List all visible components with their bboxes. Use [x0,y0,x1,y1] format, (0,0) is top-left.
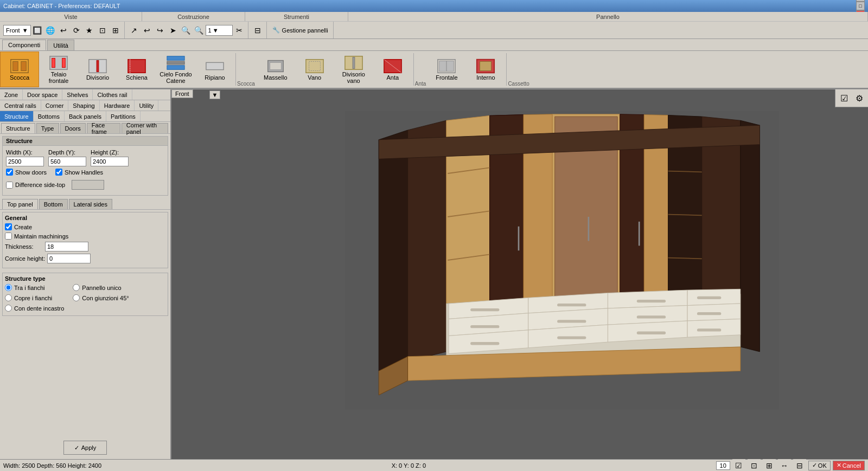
constr-btn-7[interactable]: ✂ [233,24,246,37]
constr-btn-1[interactable]: ↗ [127,24,141,37]
pannello-unico-label: Pannello unico [82,285,121,291]
nav-corner[interactable]: Corner [41,100,69,111]
depth-field-group: Depth (Y): [48,149,86,166]
constr-btn-3[interactable]: ↪ [154,24,167,37]
tab-componenti[interactable]: Componenti [2,40,46,50]
view-label: Front [171,89,193,98]
radio-pannello-unico-input[interactable] [73,284,80,291]
show-doors-label: Show doors [15,169,47,176]
maintain-label: Maintain machinings [14,233,68,240]
comp-divisorio-vano[interactable]: Divisorio vano [334,51,373,87]
nav-utility[interactable]: Utility [135,100,158,111]
comp-massello[interactable]: Massello [256,51,295,87]
status-icon-3[interactable]: ⊞ [763,459,776,472]
tool-btn-7[interactable]: ⊞ [109,24,122,37]
diff-side-checkbox[interactable] [6,182,13,189]
cornice-input[interactable] [47,254,91,263]
structure-type-title: Structure type [5,275,165,282]
comp-divisorio[interactable]: Divisorio [78,51,117,87]
apply-button[interactable]: ✓ Apply [63,441,107,455]
separator-2 [413,53,414,86]
tool-btn-1[interactable]: 🔲 [31,24,44,37]
tool-btn-4[interactable]: ⟳ [70,24,83,37]
comp-ripiano[interactable]: Ripiano [195,51,234,87]
comp-cielo-fondo[interactable]: Cielo Fondo Catene [156,51,195,87]
comp-telaio-frontale[interactable]: Telaio frontale [39,51,78,87]
tool-btn-2[interactable]: 🌐 [44,24,57,37]
cabinet-3d-view [345,92,779,428]
statusbar: Width: 2500 Depth: 560 Height: 2400 X: 0… [0,459,868,471]
tool-btn-5[interactable]: ★ [83,24,96,37]
cornice-label: Cornice height: [5,255,45,262]
tool-btn-6[interactable]: ⊡ [96,24,109,37]
subtab-type[interactable]: Type [36,123,59,133]
create-checkbox[interactable] [5,223,12,230]
show-doors-checkbox[interactable] [6,169,13,176]
viewport-dropdown[interactable]: ▼ [209,91,220,99]
left-panel: Zone Door space Shelves Clothes rail Cen… [0,89,171,459]
comp-frontale[interactable]: Frontale [427,51,466,87]
comp-vano[interactable]: Vano [295,51,334,87]
nav-hardware[interactable]: Hardware [100,100,135,111]
radio-con-dente-input[interactable] [5,305,12,312]
struct-col2: Pannello unico Con giunzioni 45° [73,284,129,313]
nav-door-space[interactable]: Door space [23,89,62,100]
status-dimensions: Width: 2500 Depth: 560 Height: 2400 [3,462,101,469]
subtab-doors[interactable]: Doors [60,123,86,133]
subtab-corner-with-panel[interactable]: Corner with panel [122,123,168,133]
show-handles-checkbox[interactable] [55,169,62,176]
checkbox-icon[interactable]: ☑ [838,92,851,105]
nav-shaping[interactable]: Shaping [68,100,99,111]
radio-con-giunzioni-input[interactable] [73,294,80,301]
top-right-icons: ☑ ⚙ [835,89,868,107]
nav-partitions[interactable]: Partitions [106,111,141,121]
panel-tab-bottom[interactable]: Bottom [39,199,68,209]
nav-bottoms[interactable]: Bottoms [34,111,65,121]
svg-rect-50 [470,308,499,311]
strumenti-btn-1[interactable]: ⊟ [251,24,264,37]
nav-zone[interactable]: Zone [0,89,23,100]
nav-shelves[interactable]: Shelves [62,89,93,100]
panel-tab-top[interactable]: Top panel [2,199,38,209]
radio-copre-fianchi-input[interactable] [5,294,12,301]
height-input[interactable] [91,157,129,166]
subtab-face-frame[interactable]: Face frame [87,123,120,133]
zoom-dropdown[interactable]: 1 ▼ [206,25,233,36]
svg-rect-1 [13,61,18,70]
nav-clothes-rail[interactable]: Clothes rail [93,89,132,100]
tool-btn-3[interactable]: ↩ [57,24,70,37]
width-input[interactable] [6,157,44,166]
constr-btn-2[interactable]: ↩ [141,24,154,37]
tab-utilita[interactable]: Utilità [47,40,74,50]
svg-rect-26 [480,61,492,70]
nav-back-panels[interactable]: Back panels [65,111,106,121]
svg-rect-53 [697,296,721,299]
comp-interno[interactable]: Interno [466,51,505,87]
ok-button[interactable]: ✓ OK [808,461,831,470]
constr-btn-4[interactable]: ➤ [167,24,180,37]
comp-anta[interactable]: Anta [373,51,412,87]
gestione-btn[interactable]: 🔧 Gestione pannelli [270,24,331,37]
view-dropdown[interactable]: Front ▼ [3,25,31,36]
gear-icon[interactable]: ⚙ [853,92,866,105]
maximize-button[interactable]: □ [856,2,865,10]
panel-tab-lateral[interactable]: Lateral sides [69,199,112,209]
constr-btn-6[interactable]: 🔍 [193,24,206,37]
status-icon-2[interactable]: ⊡ [748,459,761,472]
nav-central-rails[interactable]: Central rails [0,100,41,111]
status-icon-1[interactable]: ☑ [732,459,745,472]
status-icon-4[interactable]: ↔ [778,459,791,472]
depth-input[interactable] [48,157,86,166]
status-icon-5[interactable]: ⊟ [793,459,806,472]
cancel-button[interactable]: ✕ Cancel [833,461,865,470]
maintain-checkbox[interactable] [5,233,12,240]
subtab-structure[interactable]: Structure [1,123,35,133]
thickness-input[interactable] [45,242,88,251]
constr-btn-5[interactable]: 🔍 [180,24,193,37]
comp-schiena[interactable]: Schiena [117,51,156,87]
radio-tra-fianchi-input[interactable] [5,284,12,291]
svg-marker-28 [379,130,407,371]
comp-scocca[interactable]: Scocca [0,51,39,87]
nav-structure[interactable]: Structure [0,111,34,121]
radio-con-dente: Con dente incastro [5,305,64,312]
